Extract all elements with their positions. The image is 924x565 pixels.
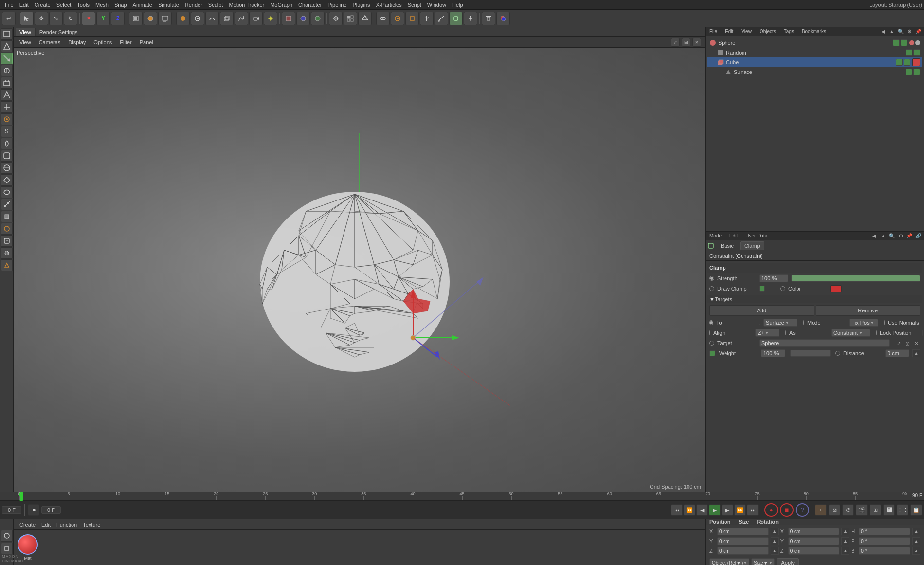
left-tool-17[interactable] xyxy=(1,223,13,235)
mat-menu-create[interactable]: Create xyxy=(18,521,37,528)
object-row-cube[interactable]: Cube xyxy=(707,57,922,67)
texture-btn[interactable] xyxy=(282,12,295,25)
as-dropdown[interactable]: Constraint xyxy=(831,329,870,337)
weight-btn[interactable] xyxy=(391,12,404,25)
soft-ik-btn[interactable] xyxy=(435,12,448,25)
menu-render[interactable]: Render xyxy=(182,1,205,9)
select-tool-btn[interactable] xyxy=(20,12,34,25)
viewport-menu-cameras[interactable]: Cameras xyxy=(37,38,63,46)
skip-start-btn[interactable]: ⏮ xyxy=(671,504,683,516)
viewport-menu-filter[interactable]: Filter xyxy=(118,38,133,46)
prev-key-btn[interactable]: ⏪ xyxy=(684,504,695,516)
z-pos-spinbox[interactable]: ▲ xyxy=(771,547,779,555)
spline-btn[interactable] xyxy=(235,12,248,25)
y-pos-field[interactable]: 0 cm xyxy=(717,537,769,545)
mat-menu-function[interactable]: Function xyxy=(54,521,79,528)
viewport-solo-btn[interactable] xyxy=(344,12,357,25)
render-settings-btn[interactable] xyxy=(158,12,172,25)
menu-select[interactable]: Select xyxy=(54,1,74,9)
left-tool-5[interactable] xyxy=(1,77,13,89)
left-tool-3[interactable] xyxy=(1,53,13,64)
left-tool-8[interactable] xyxy=(1,113,13,125)
am-menu-edit[interactable]: Edit xyxy=(727,233,740,239)
om-menu-view[interactable]: View xyxy=(739,28,754,35)
om-expand-btn[interactable]: ▲ xyxy=(888,28,896,36)
menu-edit[interactable]: Edit xyxy=(17,1,32,9)
strength-bar[interactable] xyxy=(791,275,920,282)
left-tool-7[interactable] xyxy=(1,101,13,113)
left-tool-14[interactable] xyxy=(1,186,13,198)
lock-pos-checkbox[interactable] xyxy=(922,330,923,336)
camera-btn[interactable] xyxy=(249,12,263,25)
next-key-btn[interactable]: ⏩ xyxy=(734,504,746,516)
frame-display-1[interactable]: 0 F xyxy=(2,506,21,514)
viewport-tab-view[interactable]: View xyxy=(16,28,36,36)
targets-header[interactable]: ▼ Targets xyxy=(707,295,922,303)
left-tool-20[interactable] xyxy=(1,259,13,271)
mat-left-btn-1[interactable] xyxy=(1,530,13,542)
pose-btn[interactable] xyxy=(420,12,434,25)
obj-check-s1[interactable] xyxy=(906,69,912,75)
viewport-icon-3[interactable]: ✕ xyxy=(692,38,701,47)
menu-character[interactable]: Character xyxy=(295,1,325,9)
extra-btn-3[interactable]: ⏱ xyxy=(842,504,854,516)
target-circle-btn[interactable]: ◎ xyxy=(904,339,911,347)
obj-check-r1[interactable] xyxy=(906,49,912,56)
am-chain-btn[interactable]: 🔗 xyxy=(914,232,922,240)
paint-btn[interactable] xyxy=(176,12,190,25)
size-dropdown[interactable]: Size▼ xyxy=(751,558,775,565)
menu-mograph[interactable]: MoGraph xyxy=(267,1,295,9)
left-tool-15[interactable] xyxy=(1,199,13,210)
menu-mesh[interactable]: Mesh xyxy=(92,1,111,9)
menu-sculpt[interactable]: Sculpt xyxy=(205,1,226,9)
sculpt-btn[interactable] xyxy=(191,12,204,25)
add-btn[interactable]: Add xyxy=(709,305,814,316)
remove-btn[interactable]: Remove xyxy=(816,305,921,316)
x-pos-spinbox[interactable]: ▲ xyxy=(771,528,779,535)
z-rot-field[interactable]: 0 ° xyxy=(859,547,910,555)
align-dropdown[interactable]: Z+ xyxy=(755,329,779,337)
menu-create[interactable]: Create xyxy=(32,1,54,9)
rotate-tool-btn[interactable]: ↻ xyxy=(64,12,77,25)
extra-btn-1[interactable]: + xyxy=(815,504,827,516)
x-size-spinbox[interactable]: ▲ xyxy=(841,528,849,535)
strength-value[interactable]: 100 % xyxy=(759,274,788,282)
left-tool-19[interactable] xyxy=(1,247,13,259)
mat-left-btn-2[interactable] xyxy=(1,543,13,554)
extra-btn-2[interactable]: ⊠ xyxy=(829,504,840,516)
prev-frame-btn[interactable]: ◀ xyxy=(696,504,708,516)
om-menu-tags[interactable]: Tags xyxy=(782,28,796,35)
left-tool-2[interactable] xyxy=(1,40,13,52)
attr-tab-clamp[interactable]: Clamp xyxy=(740,241,764,250)
target-x-btn[interactable]: ✕ xyxy=(912,339,920,347)
z-pos-field[interactable]: 0 cm xyxy=(717,547,769,555)
clamp-section-header[interactable]: Clamp xyxy=(707,263,922,273)
obj-check-c2[interactable] xyxy=(904,59,910,66)
viewport-menu-view[interactable]: View xyxy=(18,38,33,46)
boole-btn[interactable] xyxy=(496,12,510,25)
distance-spinbox[interactable]: ▲ xyxy=(912,349,920,357)
left-tool-4[interactable] xyxy=(1,65,13,76)
y-size-spinbox[interactable]: ▲ xyxy=(841,537,849,545)
light-btn[interactable] xyxy=(264,12,277,25)
y-rot-spinbox[interactable]: ▲ xyxy=(912,537,920,545)
model-mode-btn[interactable]: ✕ xyxy=(82,12,95,25)
apply-button[interactable]: Apply xyxy=(777,558,799,565)
left-tool-12[interactable] xyxy=(1,162,13,174)
y-size-field[interactable]: 0 cm xyxy=(788,537,840,545)
help-btn[interactable]: ? xyxy=(796,503,809,517)
target-arrow-btn[interactable]: ↗ xyxy=(895,339,903,347)
draw-clamp-radio[interactable] xyxy=(709,286,714,291)
y-btn[interactable]: Y xyxy=(96,12,110,25)
left-tool-9[interactable]: S xyxy=(1,126,13,137)
x-rot-field[interactable]: 0 ° xyxy=(859,528,910,535)
left-tool-11[interactable] xyxy=(1,150,13,162)
constraint-btn[interactable] xyxy=(449,12,463,25)
menu-simulate[interactable]: Simulate xyxy=(155,1,182,9)
om-menu-bookmarks[interactable]: Bookmarks xyxy=(800,28,828,35)
mat-menu-texture[interactable]: Texture xyxy=(81,521,102,528)
viewport-canvas[interactable]: Perspective xyxy=(14,48,705,492)
obj-check-c1[interactable] xyxy=(896,59,903,66)
obj-check-2[interactable] xyxy=(901,39,907,46)
weight-value[interactable]: 100 % xyxy=(761,349,785,357)
